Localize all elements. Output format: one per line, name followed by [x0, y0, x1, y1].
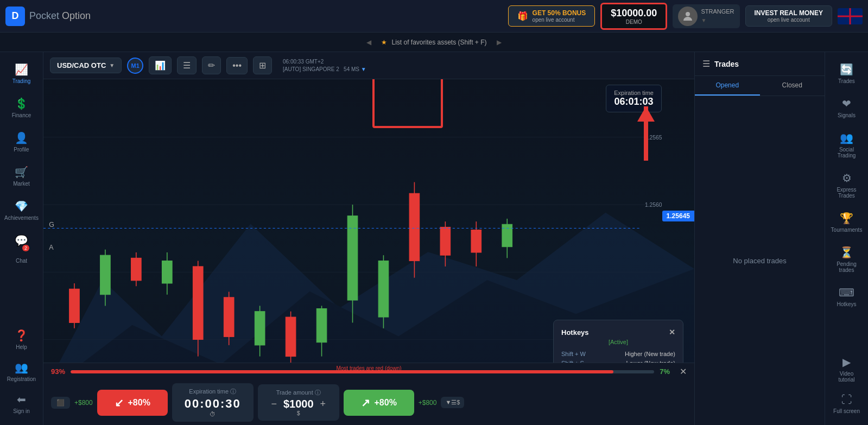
social-trading-icon: 👥: [840, 131, 853, 144]
pct-green: 7%: [660, 367, 670, 376]
asset-selector[interactable]: USD/CAD OTC ▼: [50, 58, 122, 73]
more-button[interactable]: •••: [226, 57, 248, 74]
express-trades-label: Express Trades: [832, 187, 862, 199]
trades-sidebar-label: Trades: [838, 78, 855, 84]
tournaments-label: Tournaments: [831, 227, 863, 233]
sidebar-item-market[interactable]: 🛒 Market: [2, 160, 41, 192]
tab-opened[interactable]: Opened: [695, 76, 760, 96]
right-item-trades[interactable]: 🔄 Trades: [827, 58, 866, 90]
candle-body: [69, 289, 80, 322]
right-item-hotkeys[interactable]: ⌨ Hotkeys: [827, 281, 866, 313]
next-arrow[interactable]: ▶: [491, 39, 507, 46]
balance-button[interactable]: $10000.00 DEMO: [600, 3, 667, 30]
trading-label: Trading: [12, 78, 31, 84]
prev-arrow[interactable]: ◀: [361, 39, 377, 46]
expiry-time-value: 00:00:30: [183, 397, 243, 411]
expiry-input[interactable]: Expiration time ⓘ 00:00:30 ⏱: [172, 383, 254, 422]
profit-amount-left: +$800: [74, 399, 93, 407]
right-item-fullscreen[interactable]: ⛶ Full screen: [827, 388, 866, 420]
tab-closed[interactable]: Closed: [760, 76, 825, 96]
candle-body: [471, 230, 481, 252]
trade-extra-button[interactable]: ▼☰$: [441, 397, 464, 408]
chart-toolbar: USD/CAD OTC ▼ M1 📊 ☰ ✏ ••• ⊞ 06:00:33 GM…: [43, 52, 694, 79]
close-hotkeys-button[interactable]: ✕: [669, 328, 675, 337]
server-info: [AUTO] SINGAPORE 2 54 MS ▼: [283, 66, 366, 73]
help-icon: ❓: [15, 329, 28, 342]
candle-body: [224, 297, 234, 337]
amount-minus-button[interactable]: −: [271, 398, 277, 410]
right-item-pending-trades[interactable]: ⏳ Pending trades: [827, 240, 866, 278]
trades-title: Trades: [714, 60, 739, 68]
language-flag[interactable]: [838, 8, 863, 24]
hotkey-row-w: Shift + W Higher (New trade): [561, 351, 675, 357]
timeframe-label: M1: [131, 62, 140, 69]
expiry-header: Expiration time ⓘ: [183, 388, 243, 396]
chart-type-button[interactable]: 📊: [149, 56, 172, 74]
candle-body: [502, 224, 512, 246]
registration-label: Registration: [7, 376, 36, 382]
achievements-icon: 💎: [15, 200, 28, 213]
amount-value: $1000: [283, 398, 314, 410]
layout-button[interactable]: ⊞: [253, 56, 272, 74]
right-item-signals[interactable]: ❤ Signals: [827, 92, 866, 124]
sidebar-item-signin[interactable]: ⬅ Sign in: [2, 388, 41, 420]
finance-icon: 💲: [15, 97, 28, 110]
sidebar-item-profile[interactable]: 👤 Profile: [2, 126, 41, 158]
hotkeys-sidebar-label: Hotkeys: [837, 301, 856, 307]
main-content: 📈 Trading 💲 Finance 👤 Profile 🛒 Market 💎…: [0, 52, 868, 425]
star-icon: ★: [381, 39, 387, 46]
right-item-social-trading[interactable]: 👥 Social Trading: [827, 126, 866, 164]
timeframe-button[interactable]: M1: [127, 58, 143, 74]
server-name: [AUTO] SINGAPORE 2: [283, 66, 339, 72]
bonus-button[interactable]: 🎁 GET 50% BONUS open live account: [508, 5, 595, 27]
sidebar-item-chat[interactable]: 💬 2 Chat: [2, 229, 41, 269]
registration-icon: 👥: [15, 361, 28, 374]
help-label: Help: [16, 344, 27, 350]
latency-value: 54 MS: [344, 66, 359, 72]
sell-button[interactable]: ↙ +80%: [97, 390, 168, 416]
right-sidebar: 🔄 Trades ❤ Signals 👥 Social Trading ⚙ Ex…: [825, 52, 868, 425]
pending-trades-label: Pending trades: [832, 261, 862, 273]
indicators-button[interactable]: ☰: [177, 56, 197, 74]
candle-body: [193, 267, 203, 340]
logo: D Pocket Option: [5, 7, 91, 26]
finance-label: Finance: [12, 112, 31, 118]
close-bar-button[interactable]: ✕: [680, 366, 687, 377]
sidebar-item-finance[interactable]: 💲 Finance: [2, 92, 41, 124]
chart-canvas: 1.25650 1.25600 1.25500 05:46 05:48 05:5…: [43, 79, 694, 425]
trading-icon: 📈: [15, 63, 28, 76]
market-icon: 🛒: [15, 166, 28, 179]
right-item-video-tutorial[interactable]: ▶ Video tutorial: [827, 350, 866, 388]
g-marker: G: [49, 221, 54, 229]
sidebar-item-trading[interactable]: 📈 Trading: [2, 58, 41, 90]
sidebar-item-registration[interactable]: 👥 Registration: [2, 356, 41, 388]
draw-button[interactable]: ✏: [202, 56, 221, 74]
candle-body: [100, 255, 111, 294]
buy-button[interactable]: ↗ +80%: [344, 390, 414, 416]
a-marker: A: [49, 244, 54, 251]
chart-area: USD/CAD OTC ▼ M1 📊 ☰ ✏ ••• ⊞ 06:00:33 GM…: [43, 52, 694, 425]
invest-button[interactable]: INVEST REAL MONEY open live account: [745, 5, 832, 27]
hamburger-icon[interactable]: ☰: [702, 59, 710, 69]
profile-icon: 👤: [15, 131, 28, 144]
left-sidebar: 📈 Trading 💲 Finance 👤 Profile 🛒 Market 💎…: [0, 52, 43, 425]
video-tutorial-label: Video tutorial: [832, 371, 862, 383]
balance-amount: $10000.00: [611, 8, 657, 19]
profile-button[interactable]: STRANGER ▼: [673, 4, 739, 28]
amount-plus-button[interactable]: +: [320, 398, 326, 410]
chat-badge: 2: [22, 245, 29, 251]
sidebar-item-help[interactable]: ❓ Help: [2, 323, 41, 356]
sell-arrow-icon: ↙: [115, 396, 124, 409]
sidebar-item-achievements[interactable]: 💎 Achievements: [2, 194, 41, 226]
trades-panel: ☰ Trades Opened Closed No placed trades: [694, 52, 825, 425]
svg-point-0: [686, 12, 690, 16]
collapse-button[interactable]: ⬛: [51, 397, 70, 409]
price-value: 1.25645: [667, 212, 690, 220]
asset-name: USD/CAD OTC: [57, 61, 106, 69]
right-item-tournaments[interactable]: 🏆 Tournaments: [827, 206, 866, 238]
invest-title: INVEST REAL MONEY: [755, 9, 823, 17]
candle-body: [255, 312, 265, 345]
no-trades-message: No placed trades: [695, 96, 825, 425]
right-item-express-trades[interactable]: ⚙ Express Trades: [827, 166, 866, 204]
invest-sublabel: open live account: [755, 17, 823, 23]
